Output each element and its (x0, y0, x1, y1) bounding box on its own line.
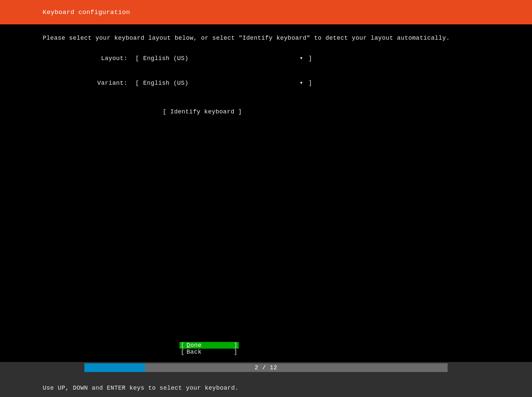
variant-row: Variant: [ English (US) ▼ ] (43, 80, 532, 86)
bracket-open-icon: [ (163, 108, 170, 115)
bracket-close-icon: ] (234, 342, 237, 349)
header-bar: Keyboard configuration (0, 0, 532, 24)
variant-label: Variant: (43, 80, 135, 86)
variant-value: English (US) (139, 80, 300, 86)
status-hint: Use UP, DOWN and ENTER keys to select yo… (43, 385, 239, 391)
progress-container: 2 / 12 (0, 362, 532, 372)
back-button[interactable]: [ Back ] (179, 349, 239, 355)
progress-bar: 2 / 12 (84, 363, 448, 372)
bracket-close-icon: ] (238, 108, 242, 115)
bracket-close-icon: ] (305, 80, 312, 86)
layout-value: English (US) (139, 55, 300, 62)
status-bar: Use UP, DOWN and ENTER keys to select yo… (0, 372, 532, 397)
instruction-text: Please select your keyboard layout below… (43, 34, 532, 42)
layout-select[interactable]: [ English (US) ▼ ] (135, 55, 312, 62)
layout-row: Layout: [ English (US) ▼ ] (43, 55, 532, 62)
done-button[interactable]: [ Done ] (179, 342, 239, 349)
identify-keyboard-button[interactable]: [ Identify keyboard ] (163, 108, 242, 115)
dropdown-arrow-icon: ▼ (300, 55, 305, 62)
main-content: Please select your keyboard layout below… (0, 24, 532, 362)
layout-label: Layout: (43, 55, 135, 62)
page-title: Keyboard configuration (43, 9, 130, 16)
variant-select[interactable]: [ English (US) ▼ ] (135, 80, 312, 86)
bracket-open-icon: [ (135, 80, 139, 86)
nav-buttons: [ Done ] [ Back ] (43, 342, 532, 362)
bracket-close-icon: ] (305, 55, 312, 62)
bracket-open-icon: [ (181, 349, 184, 355)
bracket-open-icon: [ (135, 55, 139, 62)
identify-label: Identify keyboard (170, 108, 234, 115)
progress-text: 2 / 12 (84, 363, 448, 372)
dropdown-arrow-icon: ▼ (300, 80, 305, 86)
back-label: Back (184, 349, 233, 355)
bracket-open-icon: [ (181, 342, 184, 349)
bracket-close-icon: ] (234, 349, 237, 355)
identify-row: [ Identify keyboard ] (43, 108, 532, 115)
done-label: Done (184, 342, 233, 349)
